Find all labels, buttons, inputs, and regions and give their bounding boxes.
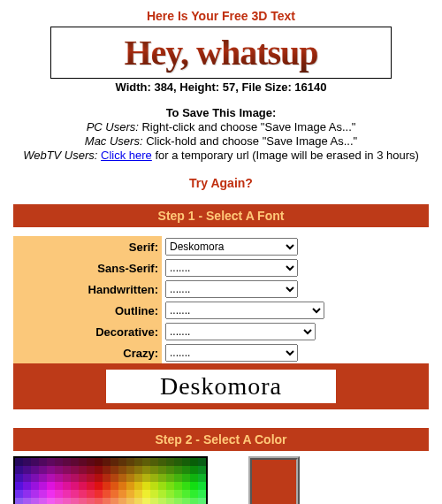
palette-cell[interactable] <box>87 466 95 474</box>
palette-cell[interactable] <box>23 466 31 474</box>
palette-cell[interactable] <box>118 474 126 482</box>
palette-cell[interactable] <box>110 458 118 466</box>
palette-cell[interactable] <box>103 466 110 474</box>
palette-cell[interactable] <box>15 466 23 474</box>
palette-cell[interactable] <box>166 458 174 466</box>
palette-cell[interactable] <box>182 490 190 498</box>
palette-cell[interactable] <box>103 474 110 482</box>
palette-cell[interactable] <box>103 490 110 498</box>
palette-cell[interactable] <box>15 482 23 490</box>
palette-cell[interactable] <box>110 474 118 482</box>
palette-cell[interactable] <box>71 490 79 498</box>
palette-cell[interactable] <box>182 498 190 504</box>
palette-cell[interactable] <box>198 458 206 466</box>
palette-cell[interactable] <box>87 482 95 490</box>
palette-cell[interactable] <box>126 498 134 504</box>
palette-cell[interactable] <box>150 466 158 474</box>
palette-cell[interactable] <box>126 482 134 490</box>
palette-cell[interactable] <box>63 482 71 490</box>
palette-cell[interactable] <box>15 474 23 482</box>
palette-cell[interactable] <box>71 474 79 482</box>
palette-cell[interactable] <box>174 490 182 498</box>
palette-cell[interactable] <box>158 482 166 490</box>
palette-cell[interactable] <box>23 490 31 498</box>
palette-cell[interactable] <box>71 458 79 466</box>
font-select-sans[interactable]: ....... <box>165 259 298 277</box>
palette-cell[interactable] <box>103 498 110 504</box>
palette-cell[interactable] <box>39 458 47 466</box>
font-select-crazy[interactable]: ....... <box>165 344 298 362</box>
palette-cell[interactable] <box>31 458 39 466</box>
palette-cell[interactable] <box>150 498 158 504</box>
palette-cell[interactable] <box>110 498 118 504</box>
palette-cell[interactable] <box>55 498 63 504</box>
palette-cell[interactable] <box>63 490 71 498</box>
palette-cell[interactable] <box>103 458 110 466</box>
palette-cell[interactable] <box>182 482 190 490</box>
palette-cell[interactable] <box>134 466 142 474</box>
palette-cell[interactable] <box>134 474 142 482</box>
palette-cell[interactable] <box>134 498 142 504</box>
palette-cell[interactable] <box>166 490 174 498</box>
palette-cell[interactable] <box>126 490 134 498</box>
palette-cell[interactable] <box>198 498 206 504</box>
palette-cell[interactable] <box>190 474 198 482</box>
palette-cell[interactable] <box>39 482 47 490</box>
palette-cell[interactable] <box>158 490 166 498</box>
palette-cell[interactable] <box>166 474 174 482</box>
palette-cell[interactable] <box>110 482 118 490</box>
palette-cell[interactable] <box>166 482 174 490</box>
palette-cell[interactable] <box>87 498 95 504</box>
palette-cell[interactable] <box>23 498 31 504</box>
palette-cell[interactable] <box>31 466 39 474</box>
try-again-link[interactable]: Try Again? <box>13 176 429 190</box>
palette-cell[interactable] <box>79 474 87 482</box>
palette-cell[interactable] <box>142 498 150 504</box>
palette-cell[interactable] <box>47 490 55 498</box>
palette-cell[interactable] <box>166 466 174 474</box>
palette-cell[interactable] <box>95 498 103 504</box>
palette-cell[interactable] <box>87 458 95 466</box>
palette-cell[interactable] <box>55 490 63 498</box>
palette-cell[interactable] <box>47 466 55 474</box>
palette-cell[interactable] <box>15 458 23 466</box>
palette-cell[interactable] <box>150 474 158 482</box>
palette-cell[interactable] <box>190 466 198 474</box>
palette-cell[interactable] <box>23 458 31 466</box>
palette-cell[interactable] <box>126 458 134 466</box>
palette-cell[interactable] <box>15 490 23 498</box>
palette-cell[interactable] <box>150 490 158 498</box>
palette-cell[interactable] <box>134 482 142 490</box>
palette-cell[interactable] <box>31 490 39 498</box>
webtv-link[interactable]: Click here <box>101 149 152 162</box>
palette-cell[interactable] <box>79 482 87 490</box>
palette-cell[interactable] <box>79 490 87 498</box>
palette-cell[interactable] <box>71 466 79 474</box>
palette-cell[interactable] <box>95 490 103 498</box>
palette-cell[interactable] <box>31 482 39 490</box>
palette-cell[interactable] <box>39 474 47 482</box>
palette-cell[interactable] <box>158 458 166 466</box>
palette-cell[interactable] <box>55 482 63 490</box>
palette-cell[interactable] <box>126 474 134 482</box>
palette-cell[interactable] <box>15 498 23 504</box>
palette-cell[interactable] <box>158 466 166 474</box>
palette-cell[interactable] <box>63 474 71 482</box>
palette-cell[interactable] <box>190 458 198 466</box>
palette-cell[interactable] <box>158 498 166 504</box>
palette-cell[interactable] <box>95 466 103 474</box>
palette-cell[interactable] <box>118 458 126 466</box>
palette-cell[interactable] <box>118 498 126 504</box>
font-select-handwritten[interactable]: ....... <box>165 280 298 298</box>
palette-cell[interactable] <box>182 466 190 474</box>
palette-cell[interactable] <box>118 466 126 474</box>
palette-cell[interactable] <box>142 474 150 482</box>
palette-cell[interactable] <box>150 458 158 466</box>
palette-cell[interactable] <box>118 490 126 498</box>
palette-cell[interactable] <box>174 474 182 482</box>
palette-cell[interactable] <box>190 498 198 504</box>
palette-cell[interactable] <box>103 482 110 490</box>
palette-cell[interactable] <box>23 474 31 482</box>
palette-cell[interactable] <box>198 490 206 498</box>
palette-cell[interactable] <box>95 482 103 490</box>
